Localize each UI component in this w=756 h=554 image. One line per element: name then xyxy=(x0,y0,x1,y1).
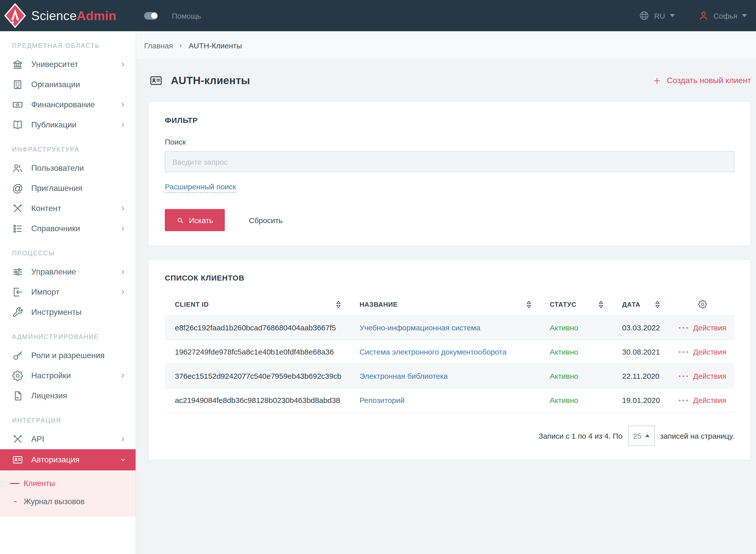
advanced-search-link[interactable]: Расширенный поиск xyxy=(165,182,236,193)
create-client-button[interactable]: Создать новый клиент xyxy=(653,76,751,85)
breadcrumb-current: AUTH-Клиенты xyxy=(189,41,242,50)
sidebar-item-management[interactable]: Управление xyxy=(0,262,136,282)
client-id-cell: e8f26c192faad1b260bcad768680404aab3667f5 xyxy=(165,316,350,340)
help-link[interactable]: Помощь xyxy=(172,11,201,20)
sidebar-item-users[interactable]: Пользователи xyxy=(0,158,136,178)
sidebar-item-label: Публикации xyxy=(31,120,111,129)
date-cell: 30.08.2021 xyxy=(612,340,668,364)
sidebar-item-label: Пользователи xyxy=(31,164,127,173)
sidebar-item-label: Роли и разрешения xyxy=(31,351,127,360)
client-name-link[interactable]: Система электронного документооборота xyxy=(360,347,507,356)
actions-button[interactable]: Действия xyxy=(678,372,726,380)
search-label: Поиск xyxy=(165,137,734,146)
sidebar-item-organizations[interactable]: Организации xyxy=(0,74,136,95)
status-badge: Активно xyxy=(550,396,578,404)
chevron-right-icon xyxy=(119,101,127,108)
user-menu[interactable]: Софья xyxy=(713,11,737,20)
submenu-item-clients[interactable]: Клиенты xyxy=(0,475,136,493)
sliders-icon xyxy=(12,266,23,278)
search-input[interactable] xyxy=(165,151,734,172)
sidebar-item-label: Университет xyxy=(31,60,111,69)
book-icon xyxy=(12,119,23,130)
status-badge: Активно xyxy=(550,323,578,332)
sidebar-item-content[interactable]: Контент xyxy=(0,199,136,219)
breadcrumb-chevron-icon xyxy=(178,43,184,48)
client-name-link[interactable]: Репозиторий xyxy=(360,396,405,404)
sidebar-item-invitations[interactable]: @ Приглашения xyxy=(0,178,136,199)
client-name-link[interactable]: Электронная библиотека xyxy=(360,372,448,380)
building-icon xyxy=(12,79,23,90)
column-header-client-id: CLIENT ID xyxy=(175,300,209,308)
actions-button[interactable]: Действия xyxy=(678,347,726,356)
crossed-pencils-icon xyxy=(12,203,23,214)
caret-down-icon xyxy=(669,14,674,17)
records-summary: Записи с 1 по 4 из 4. По xyxy=(539,431,622,440)
sidebar-item-label: Приглашения xyxy=(31,184,127,193)
sort-icon[interactable] xyxy=(526,300,532,309)
main-area: Главная AUTH-Клиенты AUTH-клиенты Создат… xyxy=(136,31,756,554)
at-sign-icon: @ xyxy=(12,183,23,194)
sidebar-item-license[interactable]: Лицензия xyxy=(0,386,136,406)
brand[interactable]: ScienceAdmin xyxy=(0,3,136,28)
sidebar-item-label: Настройки xyxy=(31,371,111,380)
top-bar: ScienceAdmin Помощь RU Софья xyxy=(0,0,756,31)
column-header-name: НАЗВАНИЕ xyxy=(360,300,398,308)
breadcrumb: Главная AUTH-Клиенты xyxy=(136,31,756,60)
sidebar-item-import[interactable]: Импорт xyxy=(0,282,136,302)
client-name-link[interactable]: Учебно-информационная система xyxy=(360,323,480,332)
reset-button[interactable]: Сбросить xyxy=(246,215,286,225)
per-page-select[interactable]: 25 xyxy=(628,426,654,446)
clients-card: СПИСОК КЛИЕНТОВ CLIENT ID НАЗВАНИЕ СТАТУ… xyxy=(148,259,751,460)
sidebar-section-title: ИНФРАСТРУКТУРА xyxy=(12,146,123,153)
language-selector[interactable]: RU xyxy=(654,11,665,20)
actions-button[interactable]: Действия xyxy=(678,396,726,404)
sidebar-item-authorization[interactable]: Авторизация xyxy=(0,449,136,470)
sidebar-section-title: АДМИНИСТРИРОВАНИЕ xyxy=(12,333,123,340)
id-card-icon xyxy=(148,74,164,87)
sidebar-item-tools[interactable]: Инструменты xyxy=(0,302,136,322)
ellipsis-icon xyxy=(678,350,689,353)
submenu-item-label: Клиенты xyxy=(24,479,55,488)
import-icon xyxy=(12,287,23,298)
client-id-cell: 19627249fde978fc5a8c1e40b1e0fdf4b8e68a36 xyxy=(165,340,350,364)
sidebar-item-university[interactable]: Университет xyxy=(0,54,136,74)
gear-icon xyxy=(12,370,23,381)
sidebar-item-label: Лицензия xyxy=(31,391,127,400)
breadcrumb-home[interactable]: Главная xyxy=(144,41,173,50)
sort-icon[interactable] xyxy=(599,300,604,309)
sidebar-item-label: Авторизация xyxy=(31,455,111,464)
submenu-item-call-log[interactable]: Журнал вызовов xyxy=(0,493,136,511)
chevron-right-icon xyxy=(119,121,127,128)
sidebar-item-label: API xyxy=(31,435,111,444)
column-header-date: ДАТА xyxy=(622,300,640,308)
authorization-submenu: Клиенты Журнал вызовов xyxy=(0,470,136,517)
sort-icon[interactable] xyxy=(655,300,660,309)
client-id-cell: ac21949084fe8db36c98128b0230b463bd8abd38 xyxy=(165,388,350,412)
actions-button[interactable]: Действия xyxy=(678,323,726,332)
license-document-icon xyxy=(12,390,23,401)
sort-icon[interactable] xyxy=(336,300,342,309)
active-indicator-line xyxy=(10,483,19,484)
caret-up-icon xyxy=(645,434,649,437)
search-button[interactable]: Искать xyxy=(165,209,225,231)
column-settings-gear-icon[interactable] xyxy=(698,300,707,309)
sidebar-item-label: Инструменты xyxy=(31,308,127,317)
university-icon xyxy=(12,59,23,70)
sidebar-item-roles[interactable]: Роли и разрешения xyxy=(0,345,136,366)
bullet-dash xyxy=(14,501,17,502)
sidebar-item-financing[interactable]: Финансирование xyxy=(0,95,136,115)
chevron-right-icon xyxy=(119,61,127,68)
ellipsis-icon xyxy=(678,326,689,329)
users-icon xyxy=(12,163,23,174)
sidebar-item-settings[interactable]: Настройки xyxy=(0,366,136,386)
sidebar-toggle[interactable] xyxy=(144,12,158,19)
chevron-right-icon xyxy=(119,436,127,443)
sidebar-item-label: Импорт xyxy=(31,288,111,297)
sidebar-item-publications[interactable]: Публикации xyxy=(0,115,136,135)
records-suffix: записей на страницу. xyxy=(660,431,734,440)
ellipsis-icon xyxy=(678,399,689,402)
sidebar-item-api[interactable]: API xyxy=(0,429,136,449)
sidebar-section-title: ПРЕДМЕТНАЯ ОБЛАСТЬ xyxy=(12,42,123,49)
page-title: AUTH-клиенты xyxy=(171,74,250,87)
sidebar-item-directories[interactable]: Справочники xyxy=(0,219,136,239)
